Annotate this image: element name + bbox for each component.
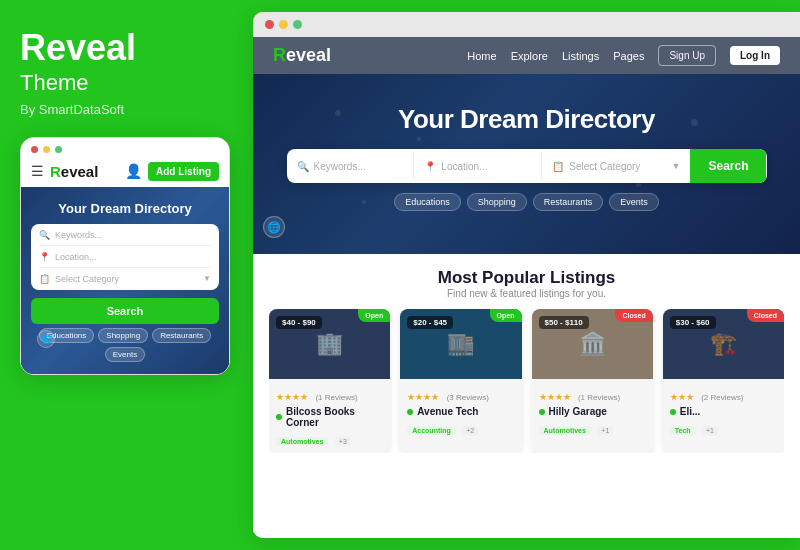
site-keywords-field[interactable]: 🔍 Keywords... — [287, 153, 415, 180]
listing-dot-3 — [670, 409, 676, 415]
listing-stars-1: ★★★★ (3 Reviews) — [407, 386, 514, 404]
listing-dot-1 — [407, 409, 413, 415]
listing-dot-2 — [539, 409, 545, 415]
nav-home[interactable]: Home — [467, 50, 496, 62]
mobile-hero-title: Your Dream Directory — [31, 201, 219, 216]
location-icon: 📍 — [39, 252, 50, 262]
listing-status-1: Open — [490, 309, 522, 322]
mobile-tags: Educations Shopping Restaurants Events — [31, 328, 219, 362]
mobile-preview: ☰ Reveal 👤 Add Listing Your Dream Direct… — [20, 137, 230, 375]
listing-card-0[interactable]: 🏢 $40 - $90 Open ★★★★ (1 Reviews) Bilcos… — [269, 309, 390, 453]
listing-cats-2: Automotives +1 — [539, 419, 646, 437]
chevron-down-icon: ▼ — [203, 274, 211, 283]
listing-body-2: ★★★★ (1 Reviews) Hilly Garage Automotive… — [532, 379, 653, 442]
add-listing-button[interactable]: Add Listing — [148, 162, 219, 181]
website-content: Reveal Home Explore Listings Pages Sign … — [253, 37, 800, 538]
listing-cats-3: Tech +1 — [670, 419, 777, 437]
dot-yellow — [43, 146, 50, 153]
tag-educations[interactable]: Educations — [394, 193, 461, 211]
keywords-placeholder: Keywords... — [314, 161, 366, 172]
keywords-search-icon: 🔍 — [297, 161, 309, 172]
nav-pages[interactable]: Pages — [613, 50, 644, 62]
listing-card-2[interactable]: 🏛️ $50 - $110 Closed ★★★★ (1 Reviews) Hi… — [532, 309, 653, 453]
mobile-logo: Reveal — [50, 163, 119, 180]
site-category-field[interactable]: 📋 Select Category ▼ — [542, 153, 690, 180]
site-hero-title: Your Dream Directory — [273, 104, 780, 135]
calendar-icon: 📋 — [552, 161, 564, 172]
listing-body-1: ★★★★ (3 Reviews) Avenue Tech Accounting … — [400, 379, 521, 442]
category-chevron-icon: ▼ — [672, 161, 681, 171]
listing-status-0: Open — [358, 309, 390, 322]
category-placeholder: Select Category — [569, 161, 640, 172]
popular-subtitle: Find new & featured listings for you. — [269, 288, 784, 299]
mobile-keywords-field[interactable]: 🔍 Keywords... — [39, 230, 211, 246]
category-icon: 📋 — [39, 274, 50, 284]
mobile-search-group: 🔍 Keywords... 📍 Location... 📋 Select Cat… — [31, 224, 219, 290]
listing-price-0: $40 - $90 — [276, 316, 322, 329]
brand-title: Reveal — [20, 28, 225, 68]
location-placeholder: Location... — [441, 161, 487, 172]
location-pin-icon: 📍 — [424, 161, 436, 172]
search-icon: 🔍 — [39, 230, 50, 240]
mobile-category-placeholder: Select Category — [55, 274, 119, 284]
listing-price-3: $30 - $60 — [670, 316, 716, 329]
tag-events[interactable]: Events — [609, 193, 659, 211]
site-globe-icon: 🌐 — [263, 216, 285, 238]
site-nav-links: Home Explore Listings Pages Sign Up Log … — [467, 45, 780, 66]
mobile-search-button[interactable]: Search — [31, 298, 219, 324]
popular-title: Most Popular Listings — [269, 268, 784, 288]
listing-status-3: Closed — [747, 309, 784, 322]
mobile-globe-icon: 🌐 — [37, 330, 55, 348]
log-in-button[interactable]: Log In — [730, 46, 780, 65]
mobile-nav: ☰ Reveal 👤 Add Listing — [21, 158, 229, 187]
browser-bar — [253, 12, 800, 37]
dot-red — [31, 146, 38, 153]
user-icon: 👤 — [125, 163, 142, 179]
site-search-bar: 🔍 Keywords... 📍 Location... 📋 Select Cat… — [287, 149, 767, 183]
mobile-logo-r: R — [50, 163, 61, 180]
listing-cats-0: Automotives +3 — [276, 430, 383, 448]
listing-stars-2: ★★★★ (1 Reviews) — [539, 386, 646, 404]
mobile-tag-shopping[interactable]: Shopping — [98, 328, 148, 343]
listing-card-1[interactable]: 🏬 $20 - $45 Open ★★★★ (3 Reviews) Avenue… — [400, 309, 521, 453]
mobile-tag-events[interactable]: Events — [105, 347, 145, 362]
mobile-location-field[interactable]: 📍 Location... — [39, 252, 211, 268]
mobile-tag-restaurants[interactable]: Restaurants — [152, 328, 211, 343]
dot-green-browser — [55, 146, 62, 153]
listing-name-2: Hilly Garage — [539, 406, 646, 417]
mobile-keywords-placeholder: Keywords... — [55, 230, 102, 240]
listing-price-1: $20 - $45 — [407, 316, 453, 329]
site-popular-section: Most Popular Listings Find new & feature… — [253, 254, 800, 538]
site-hero: Your Dream Directory 🔍 Keywords... 📍 Loc… — [253, 74, 800, 254]
listing-name-1: Avenue Tech — [407, 406, 514, 417]
sign-up-button[interactable]: Sign Up — [658, 45, 716, 66]
listing-stars-3: ★★★ (2 Reviews) — [670, 386, 777, 404]
listing-card-3[interactable]: 🏗️ $30 - $60 Closed ★★★ (2 Reviews) Eli.… — [663, 309, 784, 453]
tag-shopping[interactable]: Shopping — [467, 193, 527, 211]
site-logo-r: R — [273, 45, 286, 65]
listing-cats-1: Accounting +2 — [407, 419, 514, 437]
right-panel: Reveal Home Explore Listings Pages Sign … — [253, 12, 800, 538]
site-location-field[interactable]: 📍 Location... — [414, 153, 542, 180]
browser-dot-red — [265, 20, 274, 29]
mobile-hero: Your Dream Directory 🔍 Keywords... 📍 Loc… — [21, 187, 229, 374]
brand-subtitle: Theme — [20, 70, 225, 96]
listing-status-2: Closed — [615, 309, 652, 322]
listing-price-2: $50 - $110 — [539, 316, 589, 329]
listing-body-3: ★★★ (2 Reviews) Eli... Tech +1 — [663, 379, 784, 442]
nav-listings[interactable]: Listings — [562, 50, 599, 62]
listing-body-0: ★★★★ (1 Reviews) Bilcoss Books Corner Au… — [269, 379, 390, 453]
site-hero-tags: Educations Shopping Restaurants Events — [273, 193, 780, 211]
site-nav: Reveal Home Explore Listings Pages Sign … — [253, 37, 800, 74]
hamburger-icon[interactable]: ☰ — [31, 163, 44, 179]
mobile-category-field[interactable]: 📋 Select Category ▼ — [39, 274, 211, 284]
tag-restaurants[interactable]: Restaurants — [533, 193, 604, 211]
listing-name-3: Eli... — [670, 406, 777, 417]
browser-dot-green — [293, 20, 302, 29]
site-search-button[interactable]: Search — [690, 149, 766, 183]
mobile-browser-bar — [21, 138, 229, 158]
mobile-location-placeholder: Location... — [55, 252, 97, 262]
left-panel: Reveal Theme By SmartDataSoft ☰ Reveal 👤… — [0, 0, 245, 550]
brand-by: By SmartDataSoft — [20, 102, 225, 117]
nav-explore[interactable]: Explore — [511, 50, 548, 62]
